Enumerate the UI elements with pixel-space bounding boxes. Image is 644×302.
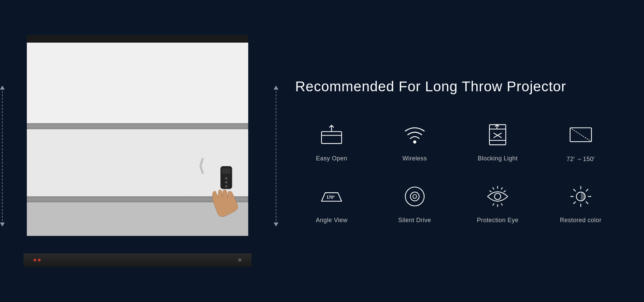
svg-line-28 bbox=[501, 204, 502, 205]
restored-color-label: Restored color bbox=[560, 217, 601, 224]
base-lights bbox=[34, 259, 41, 261]
hand-remote-svg bbox=[205, 165, 252, 225]
svg-line-38 bbox=[574, 202, 576, 204]
svg-line-35 bbox=[574, 189, 576, 191]
right-section: Recommended For Long Throw Projector Eas… bbox=[275, 58, 644, 244]
wireless-label: Wireless bbox=[402, 155, 427, 162]
page-container: ⟨ bbox=[0, 0, 644, 302]
angle-view-label: Angle View bbox=[316, 217, 347, 224]
arrow-up bbox=[0, 86, 5, 90]
dashed-line-right bbox=[276, 91, 276, 221]
feature-wireless: Wireless bbox=[378, 121, 451, 163]
color-icon bbox=[567, 183, 594, 210]
feature-restored-color: Restored color bbox=[544, 183, 618, 224]
screen-base bbox=[23, 253, 252, 267]
main-title: Recommended For Long Throw Projector bbox=[295, 79, 617, 95]
wifi-icon bbox=[401, 121, 428, 148]
arrow-up-right bbox=[274, 86, 278, 90]
left-section: ⟨ bbox=[0, 0, 275, 302]
svg-point-21 bbox=[494, 193, 501, 200]
svg-line-23 bbox=[501, 188, 502, 189]
feature-size-range: 72′ ～150′ bbox=[544, 121, 618, 163]
base-light-1 bbox=[34, 259, 36, 261]
svg-rect-15 bbox=[570, 128, 591, 142]
base-light-2 bbox=[38, 259, 41, 261]
screen-container: ⟨ bbox=[20, 35, 255, 277]
svg-point-20 bbox=[413, 195, 417, 198]
dashed-line-left bbox=[2, 91, 3, 221]
svg-point-8 bbox=[414, 141, 416, 143]
screen-cursor: ⟨ bbox=[198, 156, 205, 175]
left-arrow bbox=[0, 86, 5, 226]
eye-icon bbox=[484, 183, 511, 210]
screen-white-top bbox=[27, 43, 248, 123]
protection-eye-label: Protection Eye bbox=[477, 217, 519, 224]
svg-rect-5 bbox=[322, 132, 342, 144]
svg-rect-1 bbox=[222, 168, 230, 174]
blocking-light-icon bbox=[484, 121, 511, 148]
silent-icon bbox=[401, 183, 428, 210]
arrow-down-right bbox=[274, 222, 278, 226]
easy-open-label: Easy Open bbox=[316, 155, 347, 162]
features-grid: Easy Open Wireless bbox=[295, 121, 617, 224]
svg-point-3 bbox=[225, 181, 227, 184]
screen-divider-1 bbox=[27, 123, 248, 129]
svg-text:170°: 170° bbox=[327, 195, 335, 200]
remote-hand bbox=[205, 165, 252, 226]
svg-rect-19 bbox=[410, 192, 419, 201]
svg-point-4 bbox=[225, 185, 227, 187]
svg-line-16 bbox=[570, 128, 591, 142]
base-dot bbox=[238, 258, 241, 262]
svg-line-25 bbox=[504, 191, 506, 192]
feature-angle-view: 170° Angle View bbox=[295, 183, 368, 224]
blocking-light-label: Blocking Light bbox=[478, 155, 518, 162]
feature-silent-drive: Silent Drive bbox=[378, 183, 451, 224]
svg-line-29 bbox=[493, 204, 494, 205]
screen-top-bar bbox=[27, 35, 248, 43]
easy-open-icon bbox=[318, 121, 345, 148]
right-arrow bbox=[274, 86, 278, 226]
angle-icon: 170° bbox=[318, 183, 345, 210]
size-icon bbox=[567, 121, 594, 148]
svg-rect-9 bbox=[489, 125, 506, 145]
silent-drive-label: Silent Drive bbox=[398, 217, 431, 224]
svg-line-24 bbox=[493, 188, 494, 189]
size-range-label: 72′ ～150′ bbox=[567, 155, 595, 163]
screen-frame: ⟨ bbox=[27, 35, 248, 253]
svg-point-2 bbox=[225, 177, 227, 180]
svg-point-18 bbox=[405, 187, 424, 206]
arrow-down bbox=[0, 222, 5, 226]
feature-easy-open: Easy Open bbox=[295, 121, 368, 163]
feature-blocking-light: Blocking Light bbox=[461, 121, 534, 163]
feature-protection-eye: Protection Eye bbox=[461, 183, 534, 224]
svg-line-26 bbox=[490, 191, 491, 192]
svg-line-36 bbox=[586, 202, 588, 204]
svg-line-37 bbox=[586, 189, 588, 191]
